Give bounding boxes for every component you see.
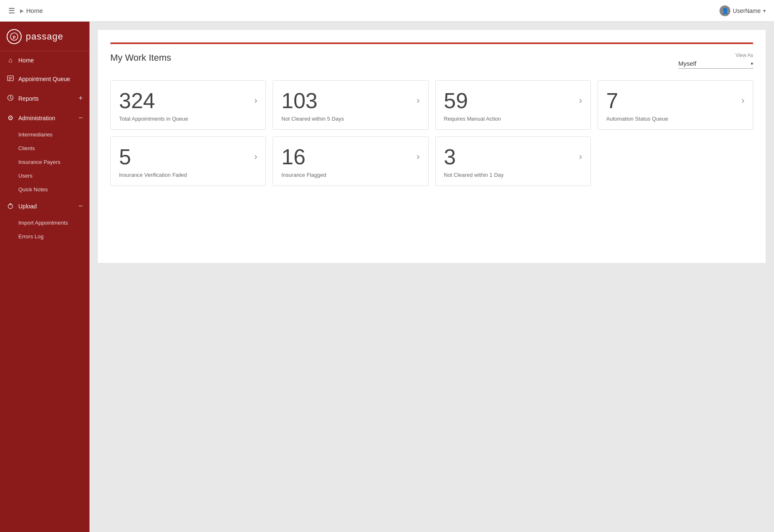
- work-card-not-cleared-1day[interactable]: 3 › Not Cleared within 1 Day: [435, 136, 591, 186]
- svg-text:p: p: [13, 34, 16, 39]
- upload-collapse-icon[interactable]: −: [78, 202, 83, 210]
- work-card-number-0: 324: [119, 90, 155, 111]
- layout: p passage ⌂ Home Appointment Queue: [0, 22, 774, 532]
- work-card-number-2: 59: [444, 90, 468, 111]
- work-card-top-0: 324 ›: [119, 90, 257, 111]
- sidebar-subitem-users[interactable]: Users: [0, 169, 89, 183]
- user-area[interactable]: 👤 UserName ▾: [719, 5, 766, 16]
- header-left: ☰ ▶ Home: [8, 6, 43, 15]
- top-header: ☰ ▶ Home 👤 UserName ▾: [0, 0, 774, 22]
- view-as-area: View As Myself ▾: [678, 52, 753, 69]
- sidebar-item-administration[interactable]: ⚙ Administration −: [0, 108, 89, 128]
- breadcrumb-home[interactable]: Home: [26, 7, 43, 14]
- sidebar-subitem-clients[interactable]: Clients: [0, 141, 89, 155]
- work-card-label-4: Insurance Verification Failed: [119, 172, 257, 178]
- hamburger-icon[interactable]: ☰: [8, 6, 15, 15]
- work-card-label-0: Total Appointments in Queue: [119, 116, 257, 122]
- appointment-icon: [7, 75, 14, 83]
- logo-text: passage: [26, 31, 63, 42]
- breadcrumb: ▶ Home: [20, 7, 43, 14]
- work-card-arrow-4: ›: [254, 151, 257, 162]
- home-icon: ⌂: [7, 57, 14, 64]
- sidebar-item-upload[interactable]: Upload −: [0, 196, 89, 216]
- work-card-requires-manual-action[interactable]: 59 › Requires Manual Action: [435, 80, 591, 130]
- breadcrumb-arrow: ▶: [20, 8, 24, 14]
- work-card-insurance-flagged[interactable]: 16 › Insurance Flagged: [273, 136, 428, 186]
- logo-area: p passage: [0, 22, 89, 51]
- work-card-top-4: 5 ›: [119, 146, 257, 168]
- upload-icon: [7, 202, 14, 210]
- work-card-label-2: Requires Manual Action: [444, 116, 582, 122]
- work-card-number-6: 3: [444, 146, 456, 168]
- work-card-arrow-3: ›: [742, 95, 744, 106]
- work-card-empty: [598, 136, 753, 186]
- logo-icon: p: [7, 29, 22, 44]
- card-header: My Work Items View As Myself ▾: [110, 52, 753, 69]
- work-card-number-1: 103: [281, 90, 318, 111]
- main-content: My Work Items View As Myself ▾ 324 › To: [89, 22, 774, 532]
- work-card-arrow-1: ›: [417, 95, 419, 106]
- sidebar-item-home[interactable]: ⌂ Home: [0, 51, 89, 69]
- sidebar: p passage ⌂ Home Appointment Queue: [0, 22, 89, 532]
- work-items-row1: 324 › Total Appointments in Queue 103 › …: [110, 80, 753, 130]
- work-card-label-3: Automation Status Queue: [606, 116, 744, 122]
- work-card-number-3: 7: [606, 90, 618, 111]
- username-label: UserName: [733, 7, 761, 14]
- work-card-number-4: 5: [119, 146, 131, 168]
- sidebar-item-appointment-queue[interactable]: Appointment Queue: [0, 69, 89, 89]
- content-card: My Work Items View As Myself ▾ 324 › To: [98, 30, 766, 263]
- sidebar-upload-label: Upload: [18, 203, 74, 210]
- sidebar-admin-label: Administration: [18, 115, 74, 121]
- sidebar-subitem-errors-log[interactable]: Errors Log: [0, 230, 89, 243]
- work-card-top-2: 59 ›: [444, 90, 582, 111]
- view-as-value: Myself: [678, 60, 747, 67]
- work-card-arrow-6: ›: [579, 151, 582, 162]
- work-card-arrow-0: ›: [254, 95, 257, 106]
- page-title: My Work Items: [110, 52, 171, 63]
- work-card-label-5: Insurance Flagged: [281, 172, 419, 178]
- admin-icon: ⚙: [7, 114, 14, 122]
- work-card-label-6: Not Cleared within 1 Day: [444, 172, 582, 178]
- view-as-dropdown-icon: ▾: [751, 61, 753, 67]
- chevron-down-icon: ▾: [763, 8, 766, 14]
- work-card-top-1: 103 ›: [281, 90, 419, 111]
- sidebar-subitem-quick-notes[interactable]: Quick Notes: [0, 183, 89, 196]
- sidebar-home-label: Home: [18, 57, 83, 64]
- sidebar-appointment-label: Appointment Queue: [18, 76, 83, 82]
- user-icon: 👤: [719, 5, 730, 16]
- sidebar-subitem-insurance-payers[interactable]: Insurance Payers: [0, 155, 89, 169]
- sidebar-subitem-intermediaries[interactable]: Intermediaries: [0, 128, 89, 141]
- work-items-row2: 5 › Insurance Verification Failed 16 › I…: [110, 136, 753, 186]
- admin-collapse-icon[interactable]: −: [78, 114, 83, 122]
- work-card-top-6: 3 ›: [444, 146, 582, 168]
- work-card-top-3: 7 ›: [606, 90, 744, 111]
- work-card-arrow-5: ›: [417, 151, 419, 162]
- work-card-insurance-verification-failed[interactable]: 5 › Insurance Verification Failed: [110, 136, 266, 186]
- view-as-select[interactable]: Myself ▾: [678, 60, 753, 69]
- sidebar-subitem-import-appointments[interactable]: Import Appointments: [0, 216, 89, 230]
- work-card-arrow-2: ›: [579, 95, 582, 106]
- work-card-automation-status[interactable]: 7 › Automation Status Queue: [598, 80, 753, 130]
- reports-expand-icon[interactable]: +: [78, 94, 83, 103]
- sidebar-reports-label: Reports: [18, 95, 74, 102]
- sidebar-item-reports[interactable]: Reports +: [0, 89, 89, 108]
- view-as-label: View As: [736, 52, 753, 58]
- reports-icon: [7, 94, 14, 103]
- work-card-top-5: 16 ›: [281, 146, 419, 168]
- work-card-label-1: Not Cleared within 5 Days: [281, 116, 419, 122]
- work-card-not-cleared-5days[interactable]: 103 › Not Cleared within 5 Days: [273, 80, 428, 130]
- svg-line-8: [10, 98, 12, 99]
- work-card-number-5: 16: [281, 146, 305, 168]
- work-card-total-appointments[interactable]: 324 › Total Appointments in Queue: [110, 80, 266, 130]
